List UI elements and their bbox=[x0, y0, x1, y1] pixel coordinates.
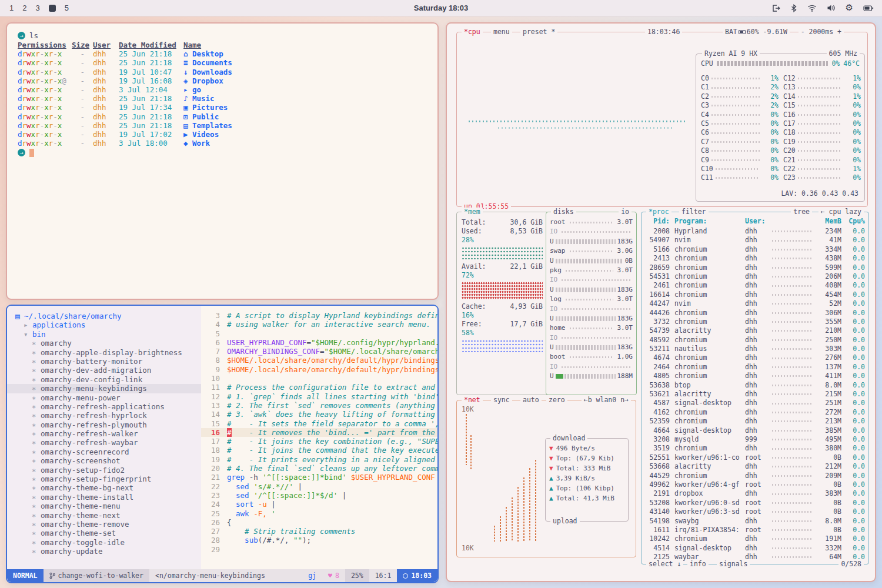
gear-icon[interactable]: ⚙ bbox=[846, 4, 853, 12]
file-tree-panel[interactable]: ▤ ~/.local/share/omarchy▸ applications▾ … bbox=[7, 306, 201, 569]
nvim-window[interactable]: ▤ ~/.local/share/omarchy▸ applications▾ … bbox=[6, 305, 439, 583]
process-row[interactable]: 4805chromiumdhh411M0.0 bbox=[645, 372, 865, 380]
io-toggle[interactable]: io bbox=[619, 208, 632, 216]
process-row[interactable]: 2413chromiumdhh438M0.0 bbox=[645, 254, 865, 263]
signals-button[interactable]: signals bbox=[717, 560, 750, 569]
tree-item-omarchy-setup-fido2[interactable]: ∗ omarchy-setup-fido2 bbox=[7, 466, 201, 475]
tree-toggle[interactable]: tree bbox=[791, 208, 812, 216]
code-buffer[interactable]: 3# A script to display Hyprland keybindi… bbox=[201, 306, 437, 569]
mem-box-title[interactable]: *mem bbox=[462, 208, 483, 216]
tree-item-omarchy-theme-bg-next[interactable]: ∗ omarchy-theme-bg-next bbox=[7, 483, 201, 492]
tree-item-omarchy-theme-install[interactable]: ∗ omarchy-theme-install bbox=[7, 493, 201, 502]
sort-column-nav[interactable]: ← cpu lazy bbox=[818, 208, 864, 216]
tree-item-omarchy-battery-monitor[interactable]: ∗ omarchy-battery-monitor bbox=[7, 357, 201, 366]
tree-item-omarchy-refresh-plymouth[interactable]: ∗ omarchy-refresh-plymouth bbox=[7, 420, 201, 429]
tree-item-omarchy-update[interactable]: ∗ omarchy-update bbox=[7, 547, 201, 556]
process-row[interactable]: 5166chromiumdhh334M0.0 bbox=[645, 245, 865, 254]
tree-item-omarchy-menu-keybindings[interactable]: ∗ omarchy-menu-keybindings bbox=[7, 384, 201, 393]
wifi-icon[interactable] bbox=[807, 4, 817, 12]
process-row[interactable]: 3732chromiumdhh355M0.0 bbox=[645, 318, 865, 326]
tree-item-omarchy-setup-fingerprint[interactable]: ∗ omarchy-setup-fingerprint bbox=[7, 475, 201, 483]
tree-item-omarchy-theme-next[interactable]: ∗ omarchy-theme-next bbox=[7, 511, 201, 520]
process-row[interactable]: 52551kworker/u96:1-coroot0B0.0 bbox=[645, 453, 865, 462]
tree-item-omarchy-refresh-walker[interactable]: ∗ omarchy-refresh-walker bbox=[7, 429, 201, 438]
process-row[interactable]: 54531chromiumdhh206M0.0 bbox=[645, 272, 865, 281]
process-list[interactable]: 2008Hyprlanddhh234M0.054907nvimdhh41M0.0… bbox=[645, 227, 865, 562]
net-interface-nav[interactable]: ←b wlan0 n→ bbox=[582, 396, 631, 405]
process-row[interactable]: 48592chromiumdhh250M0.0 bbox=[645, 336, 865, 345]
tree-item-omarchy-theme-set[interactable]: ∗ omarchy-theme-set bbox=[7, 529, 201, 537]
proc-box-title[interactable]: *proc bbox=[646, 208, 671, 216]
process-row[interactable]: 53208kworker/u96:0-sdroot0B0.0 bbox=[645, 499, 865, 507]
btop-window[interactable]: *cpu menu preset * 18:03:46 BAT60% -9.61… bbox=[446, 22, 876, 582]
bluetooth-icon[interactable] bbox=[790, 4, 797, 12]
net-sync-toggle[interactable]: sync bbox=[491, 396, 512, 405]
tree-item-omarchy-refresh-waybar[interactable]: ∗ omarchy-refresh-waybar bbox=[7, 438, 201, 447]
process-row[interactable]: 49962kworker/u96:4-gfroot0B0.0 bbox=[645, 480, 865, 489]
tree-item-omarchy[interactable]: ∗ omarchy bbox=[7, 339, 201, 348]
process-row[interactable]: 16614chromiumdhh454M0.0 bbox=[645, 290, 865, 299]
net-box-title[interactable]: *net bbox=[462, 396, 483, 405]
tree-item-bin[interactable]: ▾ bin bbox=[7, 330, 201, 339]
tree-item-omarchy-refresh-hyprlock[interactable]: ∗ omarchy-refresh-hyprlock bbox=[7, 411, 201, 420]
tree-item-omarchy-theme-menu[interactable]: ∗ omarchy-theme-menu bbox=[7, 502, 201, 510]
process-row[interactable]: 53638btopdhh8.0M0.0 bbox=[645, 381, 865, 390]
logout-icon[interactable] bbox=[771, 4, 780, 12]
cpu-box-title[interactable]: *cpu bbox=[462, 28, 483, 36]
process-row[interactable]: 53668alacrittydhh212M0.0 bbox=[645, 462, 865, 471]
process-row[interactable]: 43140kworker/u96:3-sdroot0B0.0 bbox=[645, 507, 865, 516]
tree-item-omarchy-dev-add-migration[interactable]: ∗ omarchy-dev-add-migration bbox=[7, 366, 201, 375]
net-auto-toggle[interactable]: auto bbox=[520, 396, 542, 405]
process-row[interactable]: 4664signal-desktopdhh385M0.0 bbox=[645, 426, 865, 435]
tree-item--local-share-omarchy[interactable]: ▤ ~/.local/share/omarchy bbox=[7, 312, 201, 320]
tree-item-applications[interactable]: ▸ applications bbox=[7, 320, 201, 329]
process-row[interactable]: 52359chromiumdhh213M0.0 bbox=[645, 417, 865, 426]
process-row[interactable]: 54198swaybgdhh8.0M0.0 bbox=[645, 517, 865, 526]
process-row[interactable]: 28659chromiumdhh599M0.0 bbox=[645, 263, 865, 272]
workspace-2[interactable]: 2 bbox=[22, 4, 26, 12]
tree-item-omarchy-refresh-applications[interactable]: ∗ omarchy-refresh-applications bbox=[7, 402, 201, 411]
workspace-3[interactable]: 3 bbox=[35, 4, 39, 12]
info-button[interactable]: info bbox=[687, 560, 709, 569]
process-row[interactable]: 3519chromiumdhh380M0.0 bbox=[645, 444, 865, 453]
process-row[interactable]: 54907nvimdhh41M0.0 bbox=[645, 236, 865, 245]
volume-icon[interactable] bbox=[827, 4, 836, 12]
battery-icon[interactable] bbox=[863, 5, 874, 12]
process-row[interactable]: 2464chromiumdhh137M0.0 bbox=[645, 363, 865, 372]
process-row[interactable]: 2008Hyprlanddhh234M0.0 bbox=[645, 227, 865, 236]
workspace-active-indicator[interactable] bbox=[49, 5, 56, 12]
process-row[interactable]: 10242chromiumdhh191M0.0 bbox=[645, 534, 865, 543]
select-button[interactable]: select ↓ bbox=[646, 560, 683, 569]
tree-item-omarchy-screenrecord[interactable]: ∗ omarchy-screenrecord bbox=[7, 447, 201, 456]
process-row[interactable]: 4674chromiumdhh276M0.0 bbox=[645, 353, 865, 362]
tree-item-omarchy-apple-display-brightness[interactable]: ∗ omarchy-apple-display-brightness bbox=[7, 348, 201, 357]
process-row[interactable]: 1611irq/81-PIXA3854:root0B0.0 bbox=[645, 526, 865, 534]
preset-button[interactable]: preset * bbox=[520, 28, 557, 36]
workspace-1[interactable]: 1 bbox=[9, 4, 14, 12]
tree-item-omarchy-theme-remove[interactable]: ∗ omarchy-theme-remove bbox=[7, 520, 201, 529]
process-row[interactable]: 4162chromiumdhh272M0.0 bbox=[645, 408, 865, 417]
net-zero-toggle[interactable]: zero bbox=[546, 396, 567, 405]
process-row[interactable]: 44426chromiumdhh306M0.0 bbox=[645, 309, 865, 318]
disks-title[interactable]: disks bbox=[551, 208, 576, 216]
process-row[interactable]: 53621alacrittydhh215M0.0 bbox=[645, 390, 865, 399]
workspace-5[interactable]: 5 bbox=[65, 4, 69, 12]
filter-button[interactable]: filter bbox=[679, 208, 709, 216]
process-row[interactable]: 44247nvimdhh52M0.0 bbox=[645, 299, 865, 308]
tree-item-omarchy-toggle-idle[interactable]: ∗ omarchy-toggle-idle bbox=[7, 538, 201, 547]
process-row[interactable]: 54739alacrittydhh210M0.0 bbox=[645, 326, 865, 335]
process-row[interactable]: 2461chromiumdhh408M0.0 bbox=[645, 281, 865, 290]
process-row[interactable]: 53211nautilusdhh303M0.0 bbox=[645, 345, 865, 353]
process-row[interactable]: 2191dropboxdhh383M0.0 bbox=[645, 489, 865, 498]
tree-item-omarchy-screenshot[interactable]: ∗ omarchy-screenshot bbox=[7, 456, 201, 465]
tree-item-omarchy-menu-power[interactable]: ∗ omarchy-menu-power bbox=[7, 393, 201, 402]
ls-terminal-window[interactable]: → ls Permissions Size User Date Modified… bbox=[6, 22, 439, 300]
process-row[interactable]: 3208mysqld999495M0.0 bbox=[645, 435, 865, 444]
process-cpu: 0.0 bbox=[841, 444, 865, 453]
process-row[interactable]: 44529chromiumdhh209M0.0 bbox=[645, 472, 865, 480]
update-interval[interactable]: - 2000ms + bbox=[799, 28, 844, 36]
menu-button[interactable]: menu bbox=[491, 28, 512, 36]
tree-item-omarchy-dev-config-link[interactable]: ∗ omarchy-dev-config-link bbox=[7, 375, 201, 384]
process-row[interactable]: 4514signal-desktopdhh332M0.0 bbox=[645, 544, 865, 553]
process-row[interactable]: 4587signal-desktopdhh251M0.0 bbox=[645, 399, 865, 407]
